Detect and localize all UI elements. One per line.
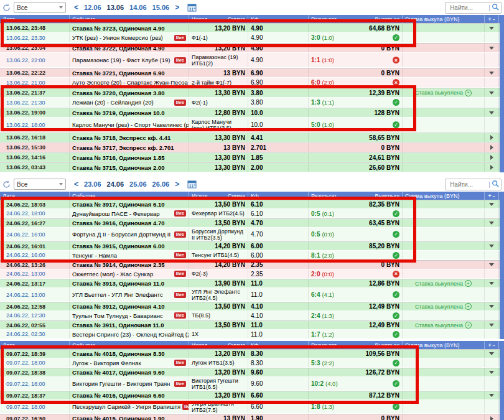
column-header-outcome-amount[interactable]: ИсходСумма <box>189 15 248 23</box>
scrollbar[interactable] <box>500 15 504 172</box>
bet-summary-row[interactable]: 24.06.22, 13:17Ставка № 3913, Одиночная … <box>0 279 504 288</box>
search-icon[interactable] <box>492 2 499 13</box>
filter-select[interactable]: Все <box>14 2 66 13</box>
column-header-coef[interactable]: Кф. <box>248 15 309 23</box>
bet-leg-row[interactable]: 24.06.22, 18:00Дунауйварош ПАСЕ - Фехерв… <box>0 209 504 218</box>
chevron-down-icon[interactable] <box>489 203 494 206</box>
column-header-coef[interactable]: Кф. <box>248 192 309 200</box>
bet-summary-row[interactable]: 13.06.22, 22:22Ставка № 3721, Одиночная … <box>0 68 504 78</box>
column-header-event[interactable]: Событие <box>70 15 189 23</box>
prev-dates-button[interactable]: < <box>74 3 78 12</box>
bet-summary-row[interactable]: 09.07.22, 18:39Ставка № 4018, Одиночная … <box>0 349 504 358</box>
column-header-date[interactable]: Дата <box>0 192 70 200</box>
date-tab-24-06[interactable]: 24.06 <box>107 180 124 188</box>
column-header-event[interactable]: Событие <box>70 341 189 349</box>
search-icon[interactable] <box>492 179 499 190</box>
bet-leg-row[interactable]: 24.06.22, 12:30Туулын Том Тулнууд - Бава… <box>0 311 504 320</box>
bet-leg-row[interactable]: 13.06.22, 18:00Карлос Манучи (рез) - Спо… <box>0 118 504 133</box>
chevron-right-icon[interactable] <box>490 135 493 140</box>
bet-leg-row[interactable]: 13.06.22, 21:30Лежиан (20) - Сейландия (… <box>0 98 504 108</box>
chevron-down-icon[interactable] <box>489 263 494 266</box>
refresh-icon[interactable] <box>2 180 11 189</box>
buyout-status[interactable]: Ставка выкуплена <box>405 280 482 287</box>
column-header-outcome-amount[interactable]: ИсходСумма <box>189 341 248 349</box>
column-header-buyout[interactable]: Сумма выкупа (BYN) <box>403 192 485 200</box>
chevron-right-icon[interactable] <box>490 416 493 420</box>
bet-leg-row[interactable]: 13.06.22, 21:00Ауто Эспорте (20) - Спарт… <box>0 78 504 88</box>
date-tab-12-06[interactable]: 12.06 <box>84 4 101 11</box>
chevron-down-icon[interactable] <box>489 282 494 285</box>
chevron-down-icon[interactable] <box>489 111 494 114</box>
date-tab-23-06[interactable]: 23.06 <box>84 180 101 188</box>
chevron-down-icon[interactable] <box>489 72 494 75</box>
bet-leg-row[interactable]: 09.07.22, 18:00Пескэрушул Сарикёй - Унгр… <box>0 400 504 414</box>
column-header-result-win[interactable]: РезультатВыигрыш <box>309 341 403 349</box>
date-tab-14-06[interactable]: 14.06 <box>129 4 147 11</box>
bet-leg-row[interactable]: 24.06.22, 02:30Вестерн Спрингс (23) - Ок… <box>0 330 504 339</box>
buyout-status[interactable]: Ставка выкуплена <box>405 322 482 329</box>
date-tab-25-06[interactable]: 25.06 <box>129 180 147 188</box>
chevron-down-icon[interactable] <box>489 91 494 95</box>
bet-summary-row[interactable]: 13.06.22, 23:04Ставка № 3722, Одиночная … <box>0 43 504 53</box>
bet-leg-row[interactable]: 13.06.22, 23:30УТК (рез) - Унион Комерси… <box>0 33 504 43</box>
chevron-right-icon[interactable] <box>490 155 493 160</box>
bet-leg-row[interactable]: 13.06.22, 22:00Парамазонас (19) - Фаст К… <box>0 53 504 68</box>
chevron-down-icon[interactable] <box>489 371 494 374</box>
buyout-status[interactable]: Ставка выкуплена <box>405 303 482 310</box>
bet-summary-row[interactable]: 09.07.22, 18:38Ставка № 4017, Одиночная … <box>0 368 504 377</box>
bet-summary-row[interactable]: 13.06.22, 23:48Ставка № 3723, Одиночная … <box>0 23 504 33</box>
chevron-down-icon[interactable] <box>489 394 494 397</box>
bet-summary-row[interactable]: 24.06.22, 16:27Ставка № 3916, Одиночная … <box>0 218 504 228</box>
bet-summary-row[interactable]: 13.06.22, 19:00Ставка № 3719, Одиночная … <box>0 108 504 118</box>
next-dates-button[interactable]: > <box>175 180 179 189</box>
scrollbar[interactable] <box>500 349 504 420</box>
chevron-right-icon[interactable] <box>490 145 493 150</box>
expand-collapse-all-buttons[interactable]: + - <box>485 15 499 23</box>
chevron-down-icon[interactable] <box>489 245 494 248</box>
prev-dates-button[interactable]: < <box>74 180 78 189</box>
column-header-result-win[interactable]: РезультатВыигрыш <box>309 15 403 23</box>
chevron-down-icon[interactable] <box>489 352 494 355</box>
chevron-down-icon[interactable] <box>489 324 494 327</box>
bet-leg-row[interactable]: 24.06.22, 13:00Окжетпес (мол) - Жас Сунк… <box>0 269 504 279</box>
bet-summary-row[interactable]: 13.06.22, 14:16Ставка № 3716, Одиночная … <box>0 152 504 162</box>
date-tab-26-06[interactable]: 26.06 <box>152 180 170 188</box>
calendar-icon[interactable] <box>187 3 197 12</box>
bet-leg-row[interactable]: 24.06.22, 16:00Тенсунг - НамлаliveТенсун… <box>0 251 504 260</box>
bet-leg-row[interactable]: 09.07.22, 18:00Лугож - Виктория Фелнакli… <box>0 358 504 368</box>
search-input[interactable] <box>449 4 487 12</box>
bet-summary-row[interactable]: 24.06.22, 12:58Ставка № 3912, Одиночная … <box>0 302 504 311</box>
next-dates-button[interactable]: > <box>175 3 179 12</box>
column-header-buyout[interactable]: Сумма выкупа (BYN) <box>403 341 485 349</box>
chevron-down-icon[interactable] <box>489 27 494 30</box>
bet-summary-row[interactable]: 24.06.22, 02:55Ставка № 3911, Одиночная … <box>0 320 504 330</box>
bet-leg-row[interactable]: 24.06.22, 16:00Фортуна Д II - Боруссия Д… <box>0 228 504 241</box>
bet-summary-row[interactable]: 24.06.22, 13:26Ставка № 3914, Одиночная … <box>0 260 504 269</box>
column-header-date[interactable]: Дата <box>0 341 70 349</box>
expand-collapse-all-buttons[interactable]: + - <box>485 192 499 200</box>
bet-summary-row[interactable]: 13.06.22, 15:30Ставка № 3717, Экспресс к… <box>0 142 504 152</box>
column-header-buyout[interactable]: Сумма выкупа (BYN) <box>403 15 485 23</box>
column-header-coef[interactable]: Кф. <box>248 341 309 349</box>
chevron-right-icon[interactable] <box>490 165 493 170</box>
bet-summary-row[interactable]: 13.06.22, 21:37Ставка № 3720, Одиночная … <box>0 88 504 98</box>
chevron-down-icon[interactable] <box>489 305 494 308</box>
bet-summary-row[interactable]: 09.07.22, 18:37Ставка № 4016, Одиночная … <box>0 391 504 400</box>
column-header-date[interactable]: Дата <box>0 15 70 23</box>
bet-summary-row[interactable]: 13.06.22, 03:43Ставка № 3715, Одиночная … <box>0 162 504 172</box>
scrollbar[interactable] <box>500 192 504 339</box>
chevron-down-icon[interactable] <box>489 222 494 225</box>
bet-leg-row[interactable]: 09.07.22, 18:00Виктория Гугешти - Виктор… <box>0 377 504 391</box>
bet-leg-row[interactable]: 24.06.22, 13:00УГЛ Вьеттел - УГЛ Янг Эле… <box>0 288 504 302</box>
bet-summary-row[interactable]: 24.06.22, 16:01Ставка № 3915, Одиночная … <box>0 241 504 251</box>
search-input[interactable] <box>449 180 487 189</box>
bet-summary-row[interactable]: 24.06.22, 18:03Ставка № 3917, Одиночная … <box>0 200 504 209</box>
column-header-outcome-amount[interactable]: ИсходСумма <box>189 192 248 200</box>
refresh-icon[interactable] <box>2 4 11 12</box>
date-tab-13-06[interactable]: 13.06 <box>107 4 124 11</box>
bet-summary-row[interactable]: 13.06.22, 16:18Ставка № 3718, Экспресс к… <box>0 133 504 142</box>
date-tab-15-06[interactable]: 15.06 <box>152 4 170 11</box>
expand-collapse-all-buttons[interactable]: + - <box>485 341 499 349</box>
column-header-event[interactable]: Событие <box>70 192 189 200</box>
chevron-down-icon[interactable] <box>489 47 494 50</box>
